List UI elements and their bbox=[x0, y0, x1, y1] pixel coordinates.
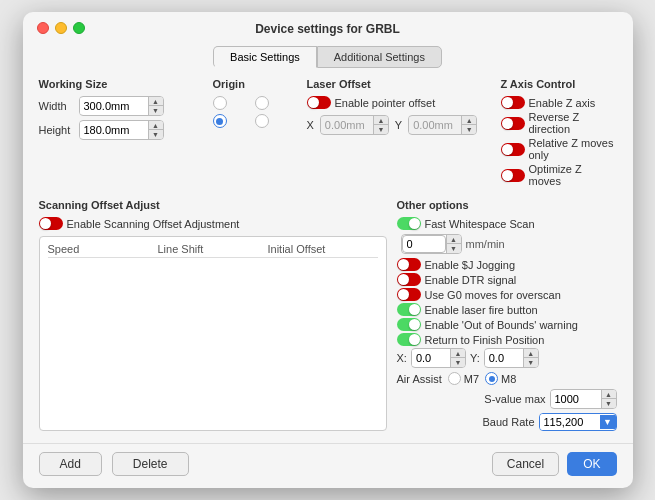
laser-x-up[interactable]: ▲ bbox=[374, 116, 388, 125]
y-coord-down[interactable]: ▼ bbox=[524, 358, 538, 367]
svalue-input[interactable] bbox=[551, 391, 601, 407]
laser-y-up[interactable]: ▲ bbox=[462, 116, 476, 125]
y-coord-up[interactable]: ▲ bbox=[524, 349, 538, 358]
baud-select[interactable]: 115,200 bbox=[540, 414, 600, 430]
origin-bottomleft[interactable] bbox=[213, 114, 227, 128]
use-g0-toggle[interactable] bbox=[397, 288, 421, 301]
width-up-button[interactable]: ▲ bbox=[149, 97, 163, 106]
air-m8-label: M8 bbox=[501, 373, 516, 385]
svalue-input-group: ▲ ▼ bbox=[550, 389, 617, 409]
height-input-group: ▲ ▼ bbox=[79, 120, 164, 140]
y-coord-input[interactable] bbox=[485, 350, 523, 366]
width-down-button[interactable]: ▼ bbox=[149, 106, 163, 115]
baud-label: Baud Rate bbox=[483, 416, 535, 428]
baud-dropdown-icon[interactable]: ▼ bbox=[600, 415, 616, 429]
laser-y-label: Y bbox=[395, 119, 402, 131]
origin-topright[interactable] bbox=[255, 96, 269, 110]
height-down-button[interactable]: ▼ bbox=[149, 130, 163, 139]
laser-x-stepper: ▲ ▼ bbox=[373, 116, 388, 134]
laser-x-input-group: ▲ ▼ bbox=[320, 115, 389, 135]
enable-pointer-toggle[interactable] bbox=[307, 96, 331, 109]
optimize-z-row: Optimize Z moves bbox=[501, 163, 617, 187]
laser-x-label: X bbox=[307, 119, 314, 131]
scanning-toggle[interactable] bbox=[39, 217, 63, 230]
minimize-button[interactable] bbox=[55, 22, 67, 34]
air-m8-radio[interactable] bbox=[485, 372, 498, 385]
enable-z-toggle[interactable] bbox=[501, 96, 525, 109]
tab-bar: Basic Settings Additional Settings bbox=[23, 42, 633, 68]
tab-additional[interactable]: Additional Settings bbox=[317, 46, 442, 68]
working-size-title: Working Size bbox=[39, 78, 199, 90]
air-m7-label: M7 bbox=[464, 373, 479, 385]
air-m7-radio[interactable] bbox=[448, 372, 461, 385]
x-coord-up[interactable]: ▲ bbox=[451, 349, 465, 358]
x-coord-down[interactable]: ▼ bbox=[451, 358, 465, 367]
height-up-button[interactable]: ▲ bbox=[149, 121, 163, 130]
toggle-knob bbox=[398, 289, 409, 300]
enable-oob-toggle[interactable] bbox=[397, 318, 421, 331]
x-coord-input-group: ▲ ▼ bbox=[411, 348, 466, 368]
laser-x-down[interactable]: ▼ bbox=[374, 125, 388, 134]
enable-dtr-toggle[interactable] bbox=[397, 273, 421, 286]
laser-y-input[interactable] bbox=[409, 117, 461, 133]
enable-sj-toggle[interactable] bbox=[397, 258, 421, 271]
height-label: Height bbox=[39, 124, 75, 136]
optimize-z-toggle[interactable] bbox=[501, 169, 525, 182]
close-button[interactable] bbox=[37, 22, 49, 34]
speed-input[interactable] bbox=[402, 235, 446, 253]
width-input[interactable] bbox=[80, 98, 148, 114]
x-coord-input[interactable] bbox=[412, 350, 450, 366]
height-input[interactable] bbox=[80, 122, 148, 138]
z-axis-section: Z Axis Control Enable Z axis Reverse Z d… bbox=[501, 78, 617, 189]
enable-laser-toggle[interactable] bbox=[397, 303, 421, 316]
toggle-knob bbox=[398, 259, 409, 270]
maximize-button[interactable] bbox=[73, 22, 85, 34]
toggle-knob bbox=[502, 118, 513, 129]
air-assist-row: Air Assist M7 M8 bbox=[397, 372, 617, 385]
x-coord-label: X: bbox=[397, 352, 407, 364]
air-m8-option[interactable]: M8 bbox=[485, 372, 516, 385]
toggle-knob bbox=[409, 218, 420, 229]
width-stepper: ▲ ▼ bbox=[148, 97, 163, 115]
scanning-title: Scanning Offset Adjust bbox=[39, 199, 387, 211]
origin-grid bbox=[213, 96, 293, 128]
enable-pointer-label: Enable pointer offset bbox=[335, 97, 436, 109]
working-size-section: Working Size Width ▲ ▼ Height bbox=[39, 78, 199, 144]
tab-basic[interactable]: Basic Settings bbox=[213, 46, 317, 68]
scanning-enable-label: Enable Scanning Offset Adjustment bbox=[67, 218, 240, 230]
ok-cancel-buttons: Cancel OK bbox=[492, 452, 617, 476]
height-stepper: ▲ ▼ bbox=[148, 121, 163, 139]
enable-laser-label: Enable laser fire button bbox=[425, 304, 538, 316]
speed-down[interactable]: ▼ bbox=[447, 244, 461, 253]
ok-button[interactable]: OK bbox=[567, 452, 616, 476]
speed-up[interactable]: ▲ bbox=[447, 235, 461, 244]
enable-z-row: Enable Z axis bbox=[501, 96, 617, 109]
height-row: Height ▲ ▼ bbox=[39, 120, 199, 140]
titlebar: Device settings for GRBL bbox=[23, 12, 633, 42]
baud-select-group: 115,200 ▼ bbox=[539, 413, 617, 431]
toggle-knob bbox=[40, 218, 51, 229]
fast-whitespace-toggle[interactable] bbox=[397, 217, 421, 230]
air-m7-option[interactable]: M7 bbox=[448, 372, 479, 385]
laser-y-stepper: ▲ ▼ bbox=[461, 116, 476, 134]
origin-title: Origin bbox=[213, 78, 293, 90]
use-g0-label: Use G0 moves for overscan bbox=[425, 289, 561, 301]
relative-z-toggle[interactable] bbox=[501, 143, 525, 156]
add-delete-buttons: Add Delete bbox=[39, 452, 189, 476]
delete-button[interactable]: Delete bbox=[112, 452, 189, 476]
svalue-up[interactable]: ▲ bbox=[602, 390, 616, 399]
width-label: Width bbox=[39, 100, 75, 112]
col-initialoffset: Initial Offset bbox=[268, 243, 378, 255]
svalue-down[interactable]: ▼ bbox=[602, 399, 616, 408]
laser-x-input[interactable] bbox=[321, 117, 373, 133]
origin-topleft[interactable] bbox=[213, 96, 227, 110]
cancel-button[interactable]: Cancel bbox=[492, 452, 559, 476]
add-button[interactable]: Add bbox=[39, 452, 102, 476]
laser-y-down[interactable]: ▼ bbox=[462, 125, 476, 134]
enable-z-label: Enable Z axis bbox=[529, 97, 596, 109]
origin-bottomright[interactable] bbox=[255, 114, 269, 128]
reverse-z-toggle[interactable] bbox=[501, 117, 525, 130]
enable-dtr-label: Enable DTR signal bbox=[425, 274, 517, 286]
return-finish-toggle[interactable] bbox=[397, 333, 421, 346]
laser-offset-title: Laser Offset bbox=[307, 78, 487, 90]
